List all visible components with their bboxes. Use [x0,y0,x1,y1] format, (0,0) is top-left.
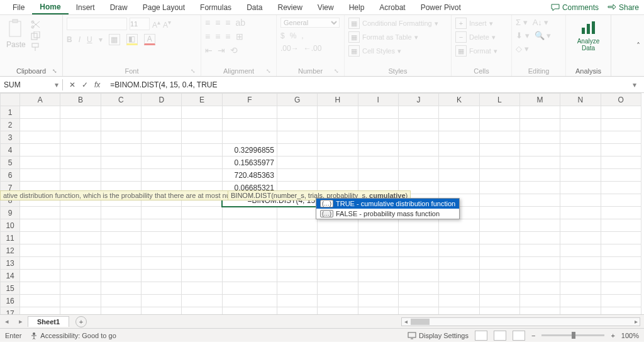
cell[interactable] [358,156,398,169]
cell[interactable] [60,244,101,257]
cell[interactable] [222,257,277,270]
decrease-font-icon[interactable]: A▾ [163,19,171,30]
increase-decimal-icon[interactable]: .00→ [280,44,299,53]
cell[interactable] [142,207,182,219]
cell[interactable] [182,144,222,156]
cell[interactable] [60,295,101,307]
fx-icon[interactable]: fx [94,80,100,89]
align-right-icon[interactable]: ≡ [225,31,230,41]
cell[interactable] [358,219,398,232]
column-header[interactable]: D [142,94,182,106]
cell[interactable] [101,244,141,257]
cell[interactable] [439,232,479,244]
cell[interactable] [560,119,601,131]
cell[interactable] [519,232,560,244]
cell[interactable] [479,119,519,131]
insert-cells-button[interactable]: +Insert ▾ [455,18,493,29]
tab-power-pivot[interactable]: Power Pivot [413,1,469,14]
cell[interactable] [60,169,101,182]
display-settings-button[interactable]: Display Settings [408,332,469,339]
add-sheet-button[interactable]: + [75,316,87,327]
row-header[interactable]: 4 [1,144,20,156]
cell[interactable] [601,144,641,156]
decrease-decimal-icon[interactable]: ←.00 [304,44,322,53]
cut-icon[interactable] [31,20,41,29]
tab-acrobat[interactable]: Acrobat [372,1,413,14]
autocomplete-item-false[interactable]: (…) FALSE - probability mass function [316,209,459,219]
cell[interactable] [479,270,519,282]
cell[interactable] [398,144,438,156]
conditional-formatting-button[interactable]: ▦Conditional Formatting ▾ [348,18,438,29]
tab-review[interactable]: Review [270,1,309,14]
copy-icon[interactable] [31,31,41,40]
cell[interactable] [560,282,601,295]
align-center-icon[interactable]: ≡ [215,31,220,41]
cell[interactable] [358,232,398,244]
cell[interactable] [182,282,222,295]
cell[interactable] [479,169,519,182]
row-header[interactable]: 5 [1,156,20,169]
cell[interactable] [318,232,358,244]
fill-icon[interactable]: ⬇ ▾ [516,31,530,40]
increase-indent-icon[interactable]: ⇥ [218,45,225,55]
cell[interactable] [101,257,141,270]
cell[interactable] [142,232,182,244]
cell[interactable] [277,295,317,307]
cell[interactable] [142,131,182,144]
cell[interactable] [519,295,560,307]
cell[interactable] [439,144,479,156]
cell[interactable] [222,244,277,257]
cell[interactable] [142,169,182,182]
row-header[interactable]: 6 [1,169,20,182]
cell[interactable] [479,232,519,244]
cell[interactable] [560,270,601,282]
cell[interactable] [222,270,277,282]
cell[interactable] [560,207,601,219]
cell[interactable] [479,207,519,219]
cell[interactable] [519,131,560,144]
cell[interactable] [398,169,438,182]
cell[interactable] [601,207,641,219]
cell[interactable] [20,257,60,270]
format-cells-button[interactable]: ▦Format ▾ [455,45,497,57]
cell[interactable] [182,156,222,169]
cell[interactable]: 0.15635977 [222,156,277,169]
cell[interactable] [20,232,60,244]
cell[interactable] [277,106,317,119]
cell[interactable] [60,131,101,144]
cell[interactable] [519,307,560,315]
find-select-icon[interactable]: 🔍 ▾ [535,31,552,40]
fill-color-icon[interactable]: ◧ [126,34,138,45]
bold-button[interactable]: B [67,35,72,44]
cell[interactable] [601,282,641,295]
column-header[interactable]: N [560,94,601,106]
cell[interactable] [101,232,141,244]
cell[interactable] [222,131,277,144]
cell[interactable] [60,144,101,156]
cell[interactable] [439,182,479,194]
cell[interactable] [20,270,60,282]
tab-file[interactable]: File [5,1,32,14]
cell[interactable] [20,307,60,315]
cell[interactable] [277,307,317,315]
cell[interactable] [277,144,317,156]
cell[interactable] [277,169,317,182]
cell[interactable] [60,119,101,131]
cell[interactable] [398,232,438,244]
cell[interactable] [222,106,277,119]
cell[interactable] [222,282,277,295]
row-header[interactable]: 11 [1,232,20,244]
cell[interactable] [479,244,519,257]
cell[interactable] [439,169,479,182]
cell[interactable] [479,282,519,295]
cell[interactable] [439,119,479,131]
cell[interactable] [358,282,398,295]
row-header[interactable]: 3 [1,131,20,144]
cell[interactable] [560,219,601,232]
cell[interactable] [560,169,601,182]
row-header[interactable]: 12 [1,244,20,257]
row-header[interactable]: 13 [1,257,20,270]
column-header[interactable]: C [101,94,141,106]
cell[interactable] [20,244,60,257]
select-all-corner[interactable] [1,94,20,106]
